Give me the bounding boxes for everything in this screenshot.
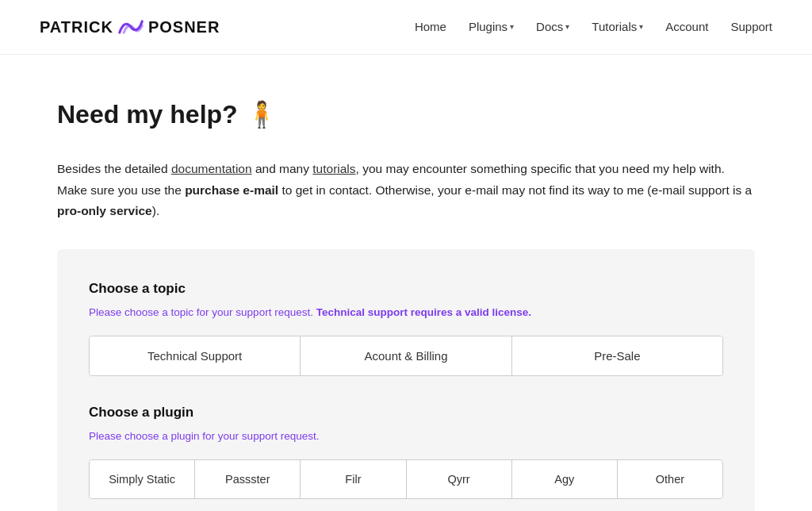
topic-section-title: Choose a topic: [89, 278, 723, 299]
logo: PATRICK POSNER: [40, 14, 220, 40]
logo-text-after: POSNER: [148, 14, 220, 40]
nav-tutorials[interactable]: Tutorials ▾: [592, 17, 643, 36]
pro-only-text: pro-only service: [57, 204, 152, 217]
topic-buttons-group: Technical Support Acount & Billing Pre-S…: [89, 336, 723, 376]
nav-support[interactable]: Support: [730, 17, 772, 36]
tutorials-link[interactable]: tutorials: [312, 162, 355, 175]
plugin-agy[interactable]: Agy: [512, 460, 618, 498]
page-title-emoji: 🧍: [246, 94, 278, 135]
purchase-email-highlight: purchase e-mail: [185, 183, 278, 197]
main-nav: Home Plugins ▾ Docs ▾ Tutorials ▾ Accoun…: [415, 17, 772, 36]
topic-section: Choose a topic Please choose a topic for…: [89, 278, 723, 376]
nav-docs[interactable]: Docs ▾: [536, 17, 569, 36]
docs-chevron-icon: ▾: [565, 21, 569, 33]
plugin-simply-static[interactable]: Simply Static: [90, 460, 195, 498]
intro-paragraph: Besides the detailed documentation and m…: [57, 159, 755, 221]
plugin-section-subtitle: Please choose a plugin for your support …: [89, 428, 723, 445]
topic-pre-sale[interactable]: Pre-Sale: [512, 336, 722, 375]
nav-account[interactable]: Account: [665, 17, 708, 36]
plugin-section-title: Choose a plugin: [89, 402, 723, 423]
plugin-passster[interactable]: Passster: [195, 460, 301, 498]
topic-section-subtitle: Please choose a topic for your support r…: [89, 304, 723, 321]
support-card: Choose a topic Please choose a topic for…: [57, 249, 755, 511]
documentation-link[interactable]: documentation: [171, 162, 252, 175]
plugin-other[interactable]: Other: [618, 460, 722, 498]
topic-account-billing[interactable]: Acount & Billing: [301, 336, 511, 375]
plugin-buttons-group: Simply Static Passster Filr Qyrr Agy Oth…: [89, 459, 723, 499]
topic-technical-support[interactable]: Technical Support: [90, 336, 301, 375]
logo-text-before: PATRICK: [40, 14, 113, 40]
nav-plugins[interactable]: Plugins ▾: [469, 17, 514, 36]
plugin-section: Choose a plugin Please choose a plugin f…: [89, 402, 723, 499]
main-content: Need my help? 🧍 Besides the detailed doc…: [25, 55, 787, 511]
logo-icon: [118, 18, 144, 36]
plugin-filr[interactable]: Filr: [301, 460, 406, 498]
plugins-chevron-icon: ▾: [510, 21, 514, 33]
nav-home[interactable]: Home: [415, 17, 446, 36]
tutorials-chevron-icon: ▾: [639, 21, 643, 33]
plugin-qyrr[interactable]: Qyrr: [407, 460, 512, 498]
site-header: PATRICK POSNER Home Plugins ▾ Docs ▾ Tut…: [0, 0, 812, 55]
page-title: Need my help? 🧍: [57, 94, 755, 135]
